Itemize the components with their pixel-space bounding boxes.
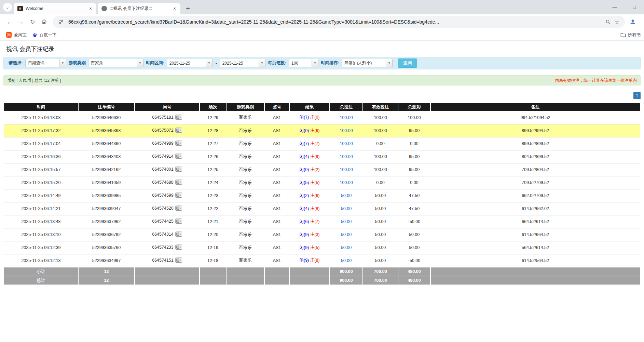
- cell-remark: 709.52/709.52: [430, 176, 640, 189]
- total-bet-link[interactable]: 100.00: [340, 180, 353, 185]
- replay-video-icon[interactable]: [175, 167, 182, 173]
- replay-video-icon[interactable]: [175, 258, 182, 264]
- result-banker: 庄(8): [310, 258, 320, 263]
- column-header: 结果: [289, 103, 330, 111]
- total-bet-link[interactable]: 50.00: [341, 193, 352, 198]
- column-header: 有效投注: [363, 103, 398, 111]
- forward-button[interactable]: →: [15, 16, 27, 28]
- total-bet-link[interactable]: 50.00: [341, 219, 352, 224]
- chevron-down-icon[interactable]: ▼: [386, 59, 392, 67]
- query-mode-select[interactable]: 日期查询 ▼: [25, 59, 66, 67]
- replay-video-icon[interactable]: [175, 193, 182, 199]
- total-bet-link[interactable]: 50.00: [341, 258, 352, 263]
- replay-video-icon[interactable]: [175, 180, 182, 186]
- footer-valid-bet: 700.00: [363, 276, 398, 285]
- all-bookmarks-button[interactable]: 所有书: [620, 32, 641, 38]
- bookmark-taobao[interactable]: 淘 爱淘宝: [3, 31, 29, 39]
- tab-search-button[interactable]: ⌄: [3, 3, 12, 12]
- bookmark-star-icon[interactable]: ☆: [613, 17, 621, 26]
- table-row: 2025-11-25 06:12:13522993634997664574151…: [4, 254, 640, 267]
- minimize-button[interactable]: —: [611, 4, 619, 10]
- cell-game: 百家乐: [226, 189, 264, 202]
- total-bet-link[interactable]: 100.00: [340, 128, 353, 133]
- baidu-paw-icon: [32, 32, 38, 38]
- cell-time: 2025-11-25 06:13:10: [4, 228, 78, 241]
- page-size-select[interactable]: 100 ▼: [289, 59, 318, 67]
- pagination: 1: [3, 92, 641, 99]
- cell-valid_bet: 50.00: [363, 241, 398, 254]
- cell-payout: 50.00: [398, 241, 430, 254]
- footer-cell: [264, 276, 289, 285]
- total-bet-link[interactable]: 50.00: [341, 232, 352, 237]
- cell-total_bet: 50.00: [330, 189, 363, 202]
- result-player: 闲(9): [299, 258, 309, 263]
- replay-video-icon[interactable]: [175, 128, 182, 134]
- cell-game: 百家乐: [226, 202, 264, 215]
- cell-remark: 564.52/614.52: [430, 241, 640, 254]
- new-tab-button[interactable]: +: [183, 4, 193, 13]
- total-bet-link[interactable]: 100.00: [340, 167, 353, 172]
- tab-close-icon[interactable]: ×: [172, 5, 178, 12]
- result-player: 闲(2): [299, 193, 309, 198]
- date-start-select[interactable]: 2025-11-25 ▼: [167, 59, 213, 67]
- maximize-button[interactable]: □: [631, 4, 638, 10]
- cell-bet_id: 522993645368: [78, 124, 135, 137]
- round-number: 664574599: [152, 193, 174, 198]
- browser-tab-welcome[interactable]: Welcome ×: [14, 3, 96, 14]
- replay-video-icon[interactable]: [175, 141, 182, 147]
- date-end-select[interactable]: 2025-11-25 ▼: [220, 59, 265, 67]
- back-button[interactable]: ←: [3, 16, 15, 28]
- replay-video-icon[interactable]: [175, 154, 182, 160]
- total-bet-link[interactable]: 50.00: [341, 245, 352, 250]
- page-number-button[interactable]: 1: [633, 92, 641, 99]
- game-type-select[interactable]: 百家乐 ▼: [88, 59, 143, 67]
- bookmark-baidu[interactable]: 百度一下: [29, 31, 59, 39]
- cell-game: 百家乐: [226, 137, 264, 150]
- zoom-icon[interactable]: [604, 17, 613, 26]
- cell-table: AS1: [264, 137, 289, 150]
- cell-session: 12-29: [200, 111, 226, 124]
- url-bar[interactable]: 66cxkj98.com/game/betrecord_search/kind3…: [53, 16, 625, 28]
- total-bet-link[interactable]: 50.00: [341, 206, 352, 211]
- url-text[interactable]: 66cxkj98.com/game/betrecord_search/kind3…: [68, 19, 601, 25]
- chevron-down-icon[interactable]: ▼: [259, 59, 265, 67]
- cell-round: 664574314: [135, 228, 200, 241]
- cell-game: 百家乐: [226, 215, 264, 228]
- total-bet-link[interactable]: 100.00: [340, 154, 353, 159]
- chevron-down-icon[interactable]: ▼: [59, 59, 66, 67]
- result-banker: 庄(8): [310, 206, 320, 211]
- game-type-value: 百家乐: [88, 60, 137, 66]
- footer-cell: [135, 276, 200, 285]
- column-header: 注单编号: [78, 103, 135, 111]
- reload-button[interactable]: ↻: [27, 16, 38, 28]
- footer-cell: [264, 267, 289, 276]
- cell-session: 12-27: [200, 137, 226, 150]
- cell-table: AS1: [264, 241, 289, 254]
- total-bet-link[interactable]: 100.00: [340, 115, 353, 120]
- replay-video-icon[interactable]: [175, 232, 182, 238]
- tab-close-icon[interactable]: ×: [87, 5, 94, 12]
- profile-button[interactable]: [627, 16, 639, 28]
- replay-video-icon[interactable]: [175, 115, 182, 121]
- sort-select[interactable]: 降幂(由大到小) ▼: [342, 59, 393, 67]
- total-bet-link[interactable]: 100.00: [340, 141, 353, 146]
- replay-video-icon[interactable]: [175, 219, 182, 225]
- chevron-down-icon[interactable]: ▼: [206, 59, 212, 67]
- result-player: 闲(4): [299, 206, 309, 211]
- cell-payout: 50.00: [398, 228, 430, 241]
- cell-round: 664574599: [135, 189, 200, 202]
- taobao-icon: 淘: [6, 32, 12, 38]
- result-player: 闲(7): [299, 115, 309, 120]
- replay-video-icon[interactable]: [175, 206, 182, 212]
- cell-payout: 95.00: [398, 150, 430, 163]
- home-button[interactable]: [38, 16, 50, 28]
- browser-tab-bet-records[interactable]: :::视讯 会员下注纪录::: ×: [98, 3, 180, 14]
- cell-game: 百家乐: [226, 111, 264, 124]
- chevron-down-icon[interactable]: ▼: [312, 59, 318, 67]
- site-settings-icon[interactable]: [57, 17, 66, 26]
- chevron-down-icon[interactable]: ▼: [137, 59, 143, 67]
- page-size-label: 每页笔数:: [268, 60, 286, 66]
- search-button[interactable]: 查询: [398, 58, 417, 68]
- cell-payout: 0.00: [398, 176, 430, 189]
- replay-video-icon[interactable]: [175, 245, 182, 251]
